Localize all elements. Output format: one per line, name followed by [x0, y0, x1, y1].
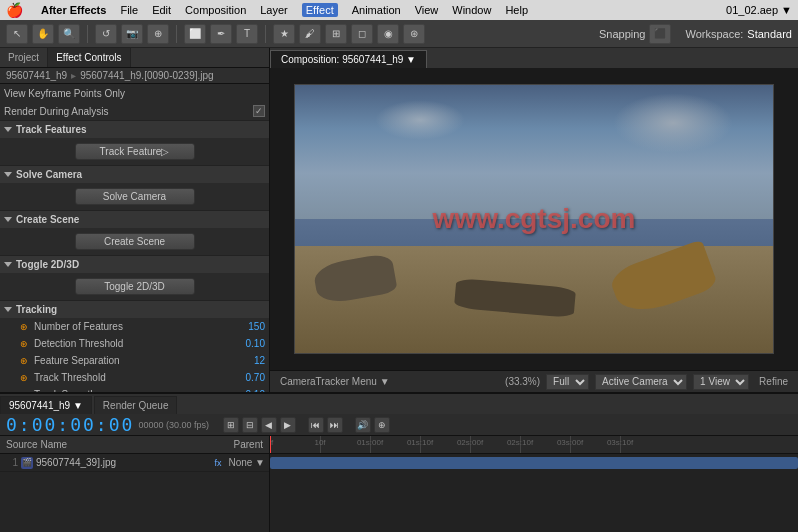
menu-composition[interactable]: Composition [185, 4, 246, 16]
comp-ctrl-menu[interactable]: CameraTracker Menu ▼ [276, 375, 394, 388]
solve-camera-button[interactable]: Solve Camera [75, 188, 195, 205]
main-content: Project Effect Controls 95607441_h9 ▸ 95… [0, 48, 798, 392]
toolbar-camera-btn[interactable]: 📷 [121, 24, 143, 44]
param-value-2[interactable]: 12 [235, 355, 265, 366]
tl-btn-2[interactable]: ⊟ [242, 417, 258, 433]
playhead[interactable] [270, 436, 271, 453]
toggle-2d3d-title: Toggle 2D/3D [16, 259, 79, 270]
tl-layers-panel: Source Name Parent 1 🎬 95607744_39].jpg … [0, 436, 270, 532]
tab-effect-controls[interactable]: Effect Controls [48, 48, 130, 67]
menu-layer[interactable]: Layer [260, 4, 288, 16]
toggle-2d3d-header[interactable]: Toggle 2D/3D [0, 255, 269, 273]
tl-bar-1[interactable] [270, 457, 798, 469]
param-value-4[interactable]: 0.10 [235, 389, 265, 392]
toolbar-brush-btn[interactable]: 🖌 [299, 24, 321, 44]
toolbar-zoom-btn[interactable]: 🔍 [58, 24, 80, 44]
param-value-0[interactable]: 150 [235, 321, 265, 332]
menu-animation[interactable]: Animation [352, 4, 401, 16]
toolbar-select-btn[interactable]: ↖ [6, 24, 28, 44]
toggle-2d3d-triangle [4, 262, 12, 267]
render-during-row[interactable]: Render During Analysis ✓ [0, 102, 269, 120]
render-during-label: Render During Analysis [4, 106, 253, 117]
tick-label-2: 01s:00f [357, 438, 383, 447]
tl-timescale: 0f 10f 01s:00f 01s:10f 02s:00f 02s:10f [270, 436, 798, 454]
tl-btn-8[interactable]: ⊕ [374, 417, 390, 433]
tl-layer-parent[interactable]: None ▼ [228, 457, 265, 468]
toggle-2d3d-button[interactable]: Toggle 2D/3D [75, 278, 195, 295]
toolbar-clone-btn[interactable]: ⊞ [325, 24, 347, 44]
toolbar-text-btn[interactable]: T [236, 24, 258, 44]
tl-tab-comp[interactable]: 95607441_h9 ▼ [0, 396, 92, 414]
track-features-title: Track Features [16, 124, 87, 135]
menu-help[interactable]: Help [505, 4, 528, 16]
tick-5: 02s:10f [520, 436, 521, 453]
tl-btn-3[interactable]: ◀ [261, 417, 277, 433]
comp-views-select[interactable]: 1 View [693, 374, 749, 390]
track-features-header[interactable]: Track Features [0, 120, 269, 138]
tracking-triangle [4, 307, 12, 312]
toolbar-divider-1 [87, 25, 88, 43]
tl-fx-btn-1[interactable]: fx [214, 458, 221, 468]
right-panel: Composition: 95607441_h9 ▼ www.cgtsj.com… [270, 48, 798, 392]
menu-edit[interactable]: Edit [152, 4, 171, 16]
tl-btn-4[interactable]: ▶ [280, 417, 296, 433]
track-feature-button[interactable]: Track Feature▷ [75, 143, 195, 160]
apple-menu[interactable]: 🍎 [6, 2, 23, 18]
toolbar-puppet-btn[interactable]: ⊛ [403, 24, 425, 44]
param-value-3[interactable]: 0.70 [235, 372, 265, 383]
menu-file[interactable]: File [120, 4, 138, 16]
comp-camera-select[interactable]: Active Camera [595, 374, 687, 390]
param-label-4: Track Smoothness [34, 389, 235, 392]
toggle-2d3d-section: Toggle 2D/3D [0, 273, 269, 300]
tl-layer-row-1[interactable]: 1 🎬 95607744_39].jpg fx None ▼ [0, 454, 269, 472]
param-row-3: ⊛ Track Threshold 0.70 [0, 369, 269, 386]
tl-tab-render[interactable]: Render Queue [94, 396, 178, 414]
toolbar-mask-btn[interactable]: ⬜ [184, 24, 206, 44]
param-label-1: Detection Threshold [34, 338, 235, 349]
param-row-1: ⊛ Detection Threshold 0.10 [0, 335, 269, 352]
app-name: After Effects [41, 4, 106, 16]
param-value-1[interactable]: 0.10 [235, 338, 265, 349]
comp-tab-main[interactable]: Composition: 95607441_h9 ▼ [270, 50, 427, 68]
toolbar-rotate-btn[interactable]: ↺ [95, 24, 117, 44]
toolbar-eraser-btn[interactable]: ◻ [351, 24, 373, 44]
timeline-tabs: 95607441_h9 ▼ Render Queue [0, 394, 798, 414]
timeline: 95607441_h9 ▼ Render Queue 0:00:00:00 00… [0, 392, 798, 532]
create-scene-section: Create Scene [0, 228, 269, 255]
comp-zoom: (33.3%) [505, 376, 540, 387]
tracking-header[interactable]: Tracking [0, 300, 269, 318]
workspace-label: Workspace: [685, 28, 743, 40]
create-scene-button[interactable]: Create Scene [75, 233, 195, 250]
snapping-toggle[interactable]: ⬛ [649, 24, 671, 44]
tl-btn-5[interactable]: ⏮ [308, 417, 324, 433]
toolbar-pan-btn[interactable]: ⊕ [147, 24, 169, 44]
menu-effect[interactable]: Effect [302, 3, 338, 17]
create-scene-header[interactable]: Create Scene [0, 210, 269, 228]
toolbar-hand-btn[interactable]: ✋ [32, 24, 54, 44]
menu-view[interactable]: View [415, 4, 439, 16]
file-info: 01_02.aep ▼ [726, 4, 792, 16]
tl-btn-1[interactable]: ⊞ [223, 417, 239, 433]
tab-project[interactable]: Project [0, 48, 48, 67]
render-during-checkbox[interactable]: ✓ [253, 105, 265, 117]
workspace-area: Workspace: Standard [685, 28, 792, 40]
tl-timeline-right[interactable]: 0f 10f 01s:00f 01s:10f 02s:00f 02s:10f [270, 436, 798, 532]
toolbar-shape-btn[interactable]: ★ [273, 24, 295, 44]
tl-source-header: Source Name [6, 439, 67, 450]
fps-display: 00000 (30.00 fps) [138, 420, 209, 430]
tl-parent-header: Parent [234, 439, 263, 450]
tl-btn-6[interactable]: ⏭ [327, 417, 343, 433]
param-icon-2: ⊛ [20, 356, 30, 366]
comp-quality-select[interactable]: Full [546, 374, 589, 390]
track-features-triangle [4, 127, 12, 132]
solve-camera-section: Solve Camera [0, 183, 269, 210]
tick-3: 01s:10f [420, 436, 421, 453]
tl-btn-7[interactable]: 🔊 [355, 417, 371, 433]
comp-viewer[interactable]: www.cgtsj.com [270, 68, 798, 370]
toolbar-pen-btn[interactable]: ✒ [210, 24, 232, 44]
menu-window[interactable]: Window [452, 4, 491, 16]
solve-camera-triangle [4, 172, 12, 177]
solve-camera-header[interactable]: Solve Camera [0, 165, 269, 183]
comp-refine-btn[interactable]: Refine [755, 375, 792, 388]
toolbar-roto-btn[interactable]: ◉ [377, 24, 399, 44]
